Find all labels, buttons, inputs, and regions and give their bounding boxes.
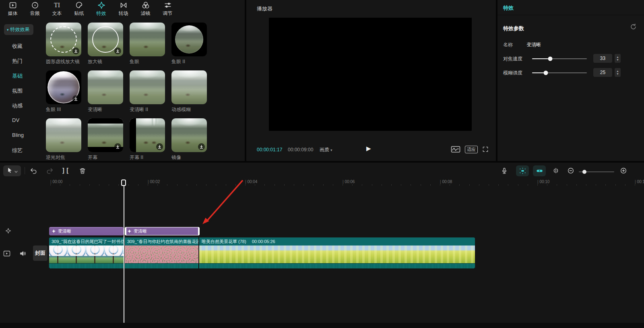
divider	[25, 167, 25, 174]
select-tool-button[interactable]	[3, 165, 21, 176]
microphone-icon[interactable]	[499, 166, 510, 175]
topbar-item-transition[interactable]: 转场	[112, 0, 134, 18]
preview-axis-icon[interactable]	[551, 166, 561, 175]
effect-track-icon[interactable]	[5, 228, 11, 234]
sidebar-item-dynamic[interactable]: 动感	[12, 102, 23, 109]
effect-thumbnail[interactable]	[130, 23, 165, 56]
split-icon[interactable]: ][	[60, 166, 71, 175]
ruler-tick	[196, 184, 197, 186]
topbar-item-sticker[interactable]: 贴纸	[68, 0, 90, 18]
effect-item[interactable]: 镜像	[171, 118, 207, 161]
sidebar-item-ambience[interactable]: 氛围	[12, 87, 23, 95]
ruler-tick	[187, 184, 187, 186]
topbar-item-media[interactable]: 媒体	[2, 0, 24, 18]
effects-category-dropdown[interactable]: ▾特效效果	[4, 24, 33, 35]
snap-icon[interactable]	[516, 165, 529, 176]
play-button[interactable]: ▶	[366, 145, 371, 152]
effect-thumbnail[interactable]	[88, 118, 123, 152]
chevron-down-icon: ▾	[330, 148, 332, 152]
fullscreen-icon[interactable]	[482, 146, 489, 153]
sidebar-item-dv[interactable]: DV	[12, 117, 19, 123]
stepper-buttons[interactable]: ▲▼	[615, 68, 621, 77]
effect-thumbnail[interactable]	[88, 23, 123, 56]
ruler-tick	[128, 184, 129, 186]
effect-thumbnail[interactable]	[46, 23, 81, 56]
effect-thumbnail[interactable]	[171, 23, 207, 56]
zoom-out-icon[interactable]	[566, 166, 576, 175]
ruler-timestamp: 00:00	[50, 179, 62, 184]
ruler-tick	[255, 184, 255, 186]
effect-item[interactable]: 变清晰 II	[130, 70, 165, 113]
linkage-icon[interactable]	[533, 165, 546, 176]
video-preview[interactable]	[269, 18, 472, 131]
stepper-buttons[interactable]: ▲▼	[615, 54, 621, 63]
zoom-in-icon[interactable]	[618, 166, 629, 175]
video-clip-segment[interactable]: 309_“春日与你赴约在筑南的蔷薇花园”	[125, 237, 198, 268]
param-slider[interactable]	[532, 72, 587, 73]
effect-item[interactable]: 鱼眼	[130, 23, 165, 65]
effect-item[interactable]: 鱼眼 II	[171, 23, 207, 65]
ruler-tick	[264, 184, 265, 186]
media-icon	[9, 1, 17, 9]
cover-button[interactable]: 封面	[33, 245, 47, 261]
video-clip-segment[interactable]: 唯美自然美景花草 (78)00:00:05:26	[199, 237, 475, 268]
topbar-item-filter[interactable]: 滤镜	[134, 0, 157, 18]
download-icon[interactable]	[114, 47, 121, 54]
playhead-handle[interactable]	[121, 179, 126, 186]
effect-item[interactable]: 动感模糊	[171, 70, 207, 113]
effect-item[interactable]: 鱼眼 III	[46, 70, 81, 113]
effect-thumbnail[interactable]	[130, 70, 165, 104]
effect-thumbnail[interactable]	[130, 118, 165, 152]
effect-thumbnail[interactable]	[171, 118, 207, 152]
effect-item[interactable]: 开幕	[88, 118, 123, 161]
effect-clip[interactable]: 变清晰	[49, 227, 124, 235]
fit-button[interactable]: 适应	[465, 146, 478, 153]
reset-icon[interactable]	[630, 23, 637, 32]
effect-item[interactable]: 变清晰	[88, 70, 123, 113]
redo-icon[interactable]	[44, 166, 55, 175]
effect-item[interactable]: 圆形虚线放大镜	[46, 23, 81, 65]
adjust-icon	[164, 1, 172, 9]
tab-effects[interactable]: 特效	[503, 4, 514, 12]
download-icon[interactable]	[114, 143, 121, 150]
param-slider[interactable]	[532, 58, 587, 59]
effect-clip[interactable]: 变清晰	[125, 227, 200, 235]
download-icon[interactable]	[72, 47, 79, 54]
effect-thumbnail[interactable]	[46, 70, 81, 104]
sidebar-item-hot[interactable]: 热门	[12, 58, 23, 65]
download-icon[interactable]	[198, 143, 205, 150]
playhead-line	[124, 180, 124, 323]
video-clip-segment[interactable]: 309_“我在这春日的尾巴写了一封书信”	[49, 237, 124, 268]
effect-item[interactable]: 开幕 II	[130, 118, 165, 161]
effects-icon	[97, 1, 105, 9]
track-visibility-icon[interactable]	[3, 250, 10, 257]
undo-icon[interactable]	[28, 166, 39, 175]
sidebar-item-favorites[interactable]: 收藏	[12, 43, 23, 50]
mute-track-icon[interactable]	[19, 250, 27, 257]
topbar-item-adjust[interactable]: 调节	[157, 0, 179, 18]
sidebar-item-bling[interactable]: Bling	[12, 132, 24, 138]
sidebar-item-variety[interactable]: 综艺	[12, 147, 23, 154]
mute-waveform-icon[interactable]	[451, 145, 460, 153]
topbar-item-effects[interactable]: 特效	[90, 0, 112, 18]
effect-thumbnail[interactable]	[46, 118, 81, 152]
effect-thumbnail[interactable]	[171, 70, 207, 104]
effect-item[interactable]: 逆光对焦	[46, 118, 81, 161]
effect-thumbnail[interactable]	[88, 70, 123, 104]
sticker-icon	[75, 1, 83, 9]
materials-panel: 媒体音频TI文本贴纸特效转场滤镜调节 ▾特效效果 收藏热门基础氛围动感DVBli…	[0, 0, 245, 161]
param-value[interactable]: 33	[593, 54, 612, 63]
timeline-zoom-slider[interactable]	[579, 171, 614, 172]
download-icon[interactable]	[156, 143, 163, 150]
topbar-item-audio[interactable]: 音频	[24, 0, 46, 18]
download-icon[interactable]	[72, 95, 79, 102]
sidebar-item-basic[interactable]: 基础	[12, 72, 23, 80]
effect-name: 动感模糊	[171, 106, 207, 113]
letterbox-bar	[88, 118, 123, 124]
ruler-timestamp: 00:10	[537, 179, 549, 184]
param-value[interactable]: 25	[593, 68, 612, 77]
quality-dropdown[interactable]: 画质▾	[320, 146, 332, 153]
effect-item[interactable]: 放大镜	[88, 23, 123, 65]
topbar-item-text[interactable]: TI文本	[46, 0, 68, 18]
delete-icon[interactable]	[77, 166, 88, 175]
